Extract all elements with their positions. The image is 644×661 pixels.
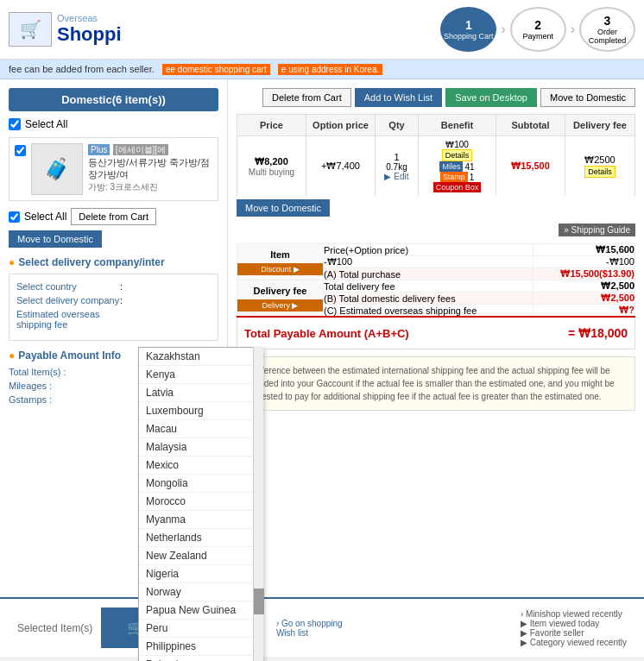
dropdown-item-malaysia[interactable]: Malaysia	[139, 438, 262, 456]
select-all-label-bottom: Select All	[24, 211, 66, 223]
shipping-guide-btn[interactable]: » Shipping Guide	[559, 223, 635, 236]
delivery-title-text: Select delivery company/inter	[18, 256, 164, 268]
dropdown-item-luxembourg[interactable]: Luxembourg	[139, 402, 262, 420]
stamp-badge: Stamp	[440, 172, 468, 182]
dropdown-item-macau[interactable]: Macau	[139, 420, 262, 438]
item-label: Item	[237, 249, 323, 260]
delivery-label: Delivery fee	[237, 286, 323, 296]
miles-badge: Miles	[439, 161, 463, 172]
minishop-link[interactable]: › Minishop viewed recently	[521, 609, 627, 619]
table-header: Price Option price Qty Benefit Subtotal …	[237, 114, 635, 135]
discount-value-cell: -₩100	[533, 256, 635, 268]
product-option: 가방: 3크로스세진	[88, 181, 212, 193]
price-option-row: Item Discount ▶ Price(+Option price) ₩15…	[237, 244, 635, 256]
save-desktop-btn[interactable]: Save on Desktop	[445, 88, 537, 107]
item-left-cell: Item Discount ▶	[237, 244, 324, 280]
dropdown-item-latvia[interactable]: Latvia	[139, 384, 262, 402]
logo-text: Overseas Shoppi	[57, 13, 122, 46]
total-delivery-value-cell: ₩2,500	[533, 280, 635, 293]
favorite-seller-link[interactable]: ▶ Favorite seller	[521, 628, 627, 638]
step-arrow-2: ›	[571, 22, 575, 37]
product-item: 🧳 Plus [에세이블][에 등산가방/서류가방 죽가방/점장가방/여 가방:…	[9, 137, 218, 201]
select-all-top: Select All	[9, 118, 218, 130]
delivery-details[interactable]: Details	[584, 166, 616, 178]
total-payable-value: = ₩18,000	[568, 326, 628, 340]
scrollbar-track	[253, 347, 263, 661]
move-domestic-toolbar-btn[interactable]: Move to Domestic	[540, 88, 635, 107]
disclaimer: ※Difference between the estimated intern…	[237, 356, 635, 411]
select-all-label-top: Select All	[25, 118, 67, 130]
dropdown-item-netherlands[interactable]: Netherlands	[139, 529, 262, 547]
logo-small-text: Overseas	[57, 13, 122, 23]
delivery-value: ₩2500	[584, 154, 615, 166]
item-viewed-link[interactable]: ▶ Item viewed today	[521, 619, 627, 628]
total-payable-value-cell: = ₩18,000	[533, 317, 635, 349]
shipping-guide-row: » Shipping Guide	[237, 220, 635, 240]
category-link[interactable]: ▶ Category viewed recently	[521, 638, 627, 647]
total-purchase-label-cell: (A) Total purchase	[324, 268, 534, 280]
wish-list-link[interactable]: Wish list	[276, 628, 343, 638]
delivery-arrow-btn[interactable]: Delivery ▶	[237, 299, 323, 312]
stamp-value: 1	[470, 173, 475, 182]
total-delivery-fee-value: ₩2,500	[601, 280, 635, 291]
dropdown-item-kenya[interactable]: Kenya	[139, 366, 262, 384]
minishop-icon: ›	[521, 609, 523, 619]
country-label: Select country	[16, 281, 120, 292]
coupon-badge: Coupon Box	[433, 182, 482, 192]
select-all-checkbox-top[interactable]	[9, 118, 21, 130]
dropdown-item-kazakhstan[interactable]: Kazakhstan	[139, 348, 262, 366]
th-benefit: Benefit	[419, 115, 496, 135]
edit-link[interactable]: ▶ Edit	[384, 172, 408, 181]
delete-cart-btn[interactable]: Delete from Cart	[262, 88, 351, 107]
dropdown-item-morocco[interactable]: Morocco	[139, 493, 262, 511]
product-name-tag: [에세이블][에	[113, 144, 168, 155]
move-domestic-container: Move to Domestic	[9, 230, 218, 248]
price-option-value-cell: ₩15,600	[533, 244, 635, 256]
product-select[interactable]	[15, 145, 26, 156]
product-name: 등산가방/서류가방 죽가방/점장가방/여	[88, 156, 212, 181]
country-dropdown[interactable]: Kazakhstan Kenya Latvia Luxembourg Macau…	[138, 347, 263, 661]
multi-buying: Multi buying	[249, 167, 294, 177]
td-subtotal: ₩15,500	[496, 136, 565, 196]
notice-text-1: fee can be added from each seller.	[9, 64, 155, 74]
company-row: Select delivery company :	[16, 295, 211, 305]
total-payable-label: Total Payable Amount (A+B+C)	[244, 327, 409, 340]
total-purchase-value-cell: ₩15,500($13.90)	[533, 268, 635, 280]
step-2: 2 Payment	[510, 7, 566, 52]
discount-btn[interactable]: Discount ▶	[237, 263, 323, 275]
go-shopping-icon: ›	[276, 619, 279, 628]
dropdown-item-myanma[interactable]: Myanma	[139, 511, 262, 529]
delete-from-cart-btn[interactable]: Delete from Cart	[71, 208, 156, 225]
dropdown-item-peru[interactable]: Peru	[139, 620, 262, 638]
dropdown-item-newzealand[interactable]: New Zealand	[139, 547, 262, 565]
td-delivery: ₩2500 Details	[565, 136, 635, 196]
delivery-form: Select country : Select delivery company…	[9, 274, 218, 341]
dropdown-item-mongolia[interactable]: Mongolia	[139, 475, 262, 493]
step-2-label: Payment	[522, 32, 553, 41]
dropdown-item-papuanewguinea[interactable]: Papua New Guinea	[139, 601, 262, 620]
move-domestic-btn[interactable]: Move to Domestic	[9, 230, 102, 248]
go-shopping-link[interactable]: › Go on shopping	[276, 619, 343, 628]
dropdown-item-poland[interactable]: Poland	[139, 656, 262, 661]
logo: 🛒 Overseas Shoppi	[9, 12, 122, 47]
scrollbar-thumb[interactable]	[254, 589, 263, 614]
delivery-left-cell: Delivery fee Delivery ▶	[237, 280, 324, 318]
select-all-checkbox-bottom[interactable]	[9, 211, 20, 223]
product-badge: Plus	[88, 144, 110, 155]
notice-bar: fee can be added from each seller. ee do…	[0, 60, 644, 79]
add-wishlist-btn[interactable]: Add to Wish List	[355, 88, 442, 107]
step-1-num: 1	[465, 18, 472, 32]
select-all-bottom: Select All Delete from Cart	[9, 208, 218, 225]
company-label: Select delivery company	[16, 295, 120, 305]
dropdown-item-mexico[interactable]: Mexico	[139, 456, 262, 475]
th-price: Price	[237, 115, 306, 135]
th-option: Option price	[306, 115, 376, 135]
move-domestic-table-btn[interactable]: Move to Domestic	[237, 199, 330, 217]
payable-title-text: Payable Amount Info	[18, 349, 121, 362]
overseas-label: (C) Estimated overseas shipping fee	[324, 305, 477, 316]
dropdown-item-philippines[interactable]: Philippines	[139, 638, 262, 656]
order-summary-table: Item Discount ▶ Price(+Option price) ₩15…	[237, 243, 635, 349]
dropdown-list[interactable]: Kazakhstan Kenya Latvia Luxembourg Macau…	[138, 347, 263, 661]
dropdown-item-nigeria[interactable]: Nigeria	[139, 565, 262, 583]
dropdown-item-norway[interactable]: Norway	[139, 583, 262, 601]
